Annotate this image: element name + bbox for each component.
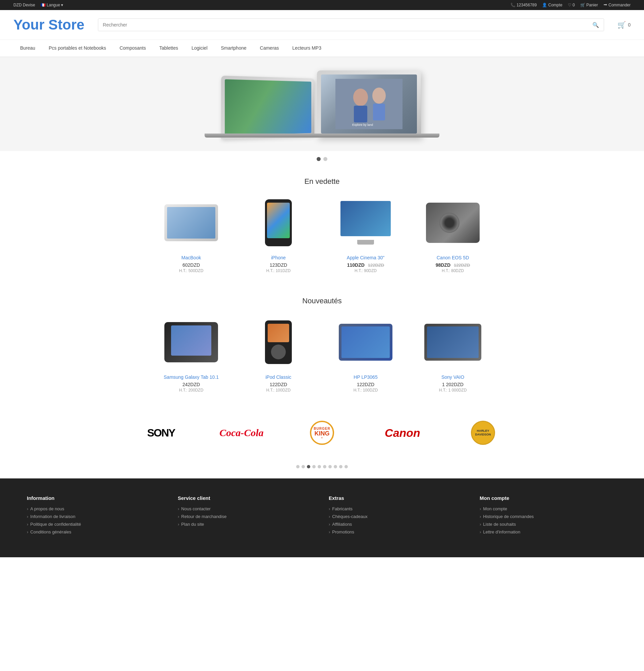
account-link[interactable]: 👤 Compte bbox=[542, 3, 562, 8]
hero-image-content: Explore by land bbox=[321, 75, 417, 134]
brand-dot-10[interactable] bbox=[345, 465, 348, 468]
cart-link[interactable]: 🛒 Panier bbox=[580, 3, 598, 8]
product-name-canon5d[interactable]: Canon EOS 5D bbox=[416, 255, 490, 260]
product-name-ipod[interactable]: iPod Classic bbox=[242, 375, 315, 380]
nav-item-bureau[interactable]: Bureau bbox=[13, 40, 42, 57]
product-name-macbook[interactable]: MacBook bbox=[154, 255, 228, 260]
hero-dot-2[interactable] bbox=[323, 157, 327, 161]
footer-link-plan[interactable]: Plan du site bbox=[178, 522, 315, 527]
brand-burgerking[interactable]: BURGER KING ® bbox=[295, 419, 349, 446]
product-vaio[interactable]: Sony VAIO 1 202DZD H.T.: 1 000DZD bbox=[416, 315, 490, 393]
product-img-vaio bbox=[423, 315, 483, 369]
product-price-old-cinema: 122DZD bbox=[368, 263, 384, 268]
nav-item-composants[interactable]: Composants bbox=[113, 40, 153, 57]
footer-link-cheques[interactable]: Chèques-cadeaux bbox=[329, 514, 466, 519]
product-price-highlight-canon5d: 98DZD bbox=[436, 262, 450, 268]
product-cinema[interactable]: Apple Cinema 30" 110DZD 122DZD H.T.: 90D… bbox=[329, 196, 402, 273]
product-img-cinema bbox=[335, 196, 396, 250]
search-input[interactable] bbox=[98, 19, 588, 31]
nav-item-lecteurs[interactable]: Lecteurs MP3 bbox=[286, 40, 328, 57]
footer-link-affiliations[interactable]: Affiliations bbox=[329, 522, 466, 527]
footer-links-information: A propos de nous Information de livraiso… bbox=[27, 506, 164, 534]
nav-item-logiciel[interactable]: Logiciel bbox=[185, 40, 214, 57]
product-ht-hp: H.T.: 100DZD bbox=[329, 388, 402, 393]
search-bar: 🔍 bbox=[98, 18, 604, 31]
footer-link-contact[interactable]: Nous contacter bbox=[178, 506, 315, 511]
product-canon5d[interactable]: Canon EOS 5D 98DZD 122DZD H.T.: 80DZD bbox=[416, 196, 490, 273]
footer-link-lettre[interactable]: Lettre d'information bbox=[480, 529, 617, 534]
footer-link-souhaits[interactable]: Liste de souhaits bbox=[480, 522, 617, 527]
logo[interactable]: Your Store bbox=[13, 17, 85, 33]
product-name-samsung[interactable]: Samsung Galaxy Tab 10.1 bbox=[154, 375, 228, 380]
brand-sony[interactable]: SONY bbox=[134, 419, 188, 446]
footer-link-moncompte[interactable]: Mon compte bbox=[480, 506, 617, 511]
brand-dot-2[interactable] bbox=[301, 465, 305, 468]
brand-dot-1[interactable] bbox=[296, 465, 299, 468]
nav-item-cameras[interactable]: Cameras bbox=[253, 40, 286, 57]
checkout-link[interactable]: ⮕ Commander bbox=[603, 3, 631, 8]
footer-link-conditions[interactable]: Conditions générales bbox=[27, 529, 164, 534]
currency-selector[interactable]: DZD Devise bbox=[13, 3, 35, 8]
nav-item-tablettes[interactable]: Tablettes bbox=[153, 40, 185, 57]
product-ht-iphone: H.T.: 101DZD bbox=[242, 268, 315, 273]
product-name-hp[interactable]: HP LP3065 bbox=[329, 375, 402, 380]
brand-dot-5[interactable] bbox=[318, 465, 321, 468]
product-samsung[interactable]: Samsung Galaxy Tab 10.1 242DZD H.T.: 200… bbox=[154, 315, 228, 393]
footer-link-about[interactable]: A propos de nous bbox=[27, 506, 164, 511]
product-img-samsung bbox=[161, 315, 221, 369]
laptop-back bbox=[221, 75, 314, 139]
hero-image: Explore by land bbox=[223, 71, 421, 138]
product-ipod[interactable]: iPod Classic 122DZD H.T.: 100DZD bbox=[242, 315, 315, 393]
footer-link-historique[interactable]: Historique de commandes bbox=[480, 514, 617, 519]
brand-dot-8[interactable] bbox=[334, 465, 337, 468]
footer-link-promotions[interactable]: Promotions bbox=[329, 529, 466, 534]
hero-dots bbox=[0, 151, 644, 167]
product-hp[interactable]: HP LP3065 122DZD H.T.: 100DZD bbox=[329, 315, 402, 393]
svg-point-1 bbox=[353, 89, 368, 106]
brand-dot-4[interactable] bbox=[312, 465, 315, 468]
brands-track: SONY Coca-Cola BURGER KING ® Canon HARLE… bbox=[27, 419, 617, 446]
brand-cocacola[interactable]: Coca-Cola bbox=[215, 419, 268, 446]
brand-dot-6[interactable] bbox=[323, 465, 326, 468]
product-img-ipod bbox=[248, 315, 309, 369]
brand-harleydavidson[interactable]: HARLEYDAVIDSON bbox=[456, 419, 510, 446]
footer-links-service: Nous contacter Retour de marchandise Pla… bbox=[178, 506, 315, 527]
svg-rect-2 bbox=[354, 106, 367, 123]
product-name-iphone[interactable]: iPhone bbox=[242, 255, 315, 260]
phone-link[interactable]: 📞 123456789 bbox=[511, 3, 537, 8]
cart-count: 0 bbox=[628, 22, 631, 27]
wishlist-link[interactable]: ♡ 0 bbox=[568, 3, 575, 8]
brand-canon[interactable]: Canon bbox=[376, 419, 429, 446]
featured-title: En vedette bbox=[0, 177, 644, 186]
product-name-cinema[interactable]: Apple Cinema 30" bbox=[329, 255, 402, 260]
footer-col-extras: Extras Fabricants Chèques-cadeaux Affili… bbox=[329, 495, 466, 537]
brand-dot-7[interactable] bbox=[329, 465, 332, 468]
main-nav: Bureau Pcs portables et Notebooks Compos… bbox=[0, 40, 644, 57]
product-name-vaio[interactable]: Sony VAIO bbox=[416, 375, 490, 380]
search-button[interactable]: 🔍 bbox=[588, 19, 604, 31]
brand-dot-9[interactable] bbox=[339, 465, 343, 468]
footer-link-confidentialite[interactable]: Politique de confidentialité bbox=[27, 522, 164, 527]
brands-section: SONY Coca-Cola BURGER KING ® Canon HARLE… bbox=[0, 406, 644, 460]
laptop-front: Explore by land bbox=[317, 71, 421, 138]
product-macbook[interactable]: MacBook 602DZD H.T.: 500DZD bbox=[154, 196, 228, 273]
header: Your Store 🔍 🛒 0 bbox=[0, 10, 644, 40]
cart-button[interactable]: 🛒 0 bbox=[618, 21, 631, 29]
nav-item-pcs[interactable]: Pcs portables et Notebooks bbox=[42, 40, 113, 57]
product-price-hp: 122DZD bbox=[329, 382, 402, 387]
product-price-vaio: 1 202DZD bbox=[416, 382, 490, 387]
footer-link-livraison[interactable]: Information de livraison bbox=[27, 514, 164, 519]
top-bar-right: 📞 123456789 👤 Compte ♡ 0 🛒 Panier ⮕ Comm… bbox=[511, 3, 631, 8]
nav-item-smartphone[interactable]: Smartphone bbox=[214, 40, 253, 57]
svg-point-3 bbox=[372, 88, 386, 104]
hero-banner: Explore by land bbox=[0, 57, 644, 151]
top-bar: DZD Devise 🇫🇷 Langue ▾ 📞 123456789 👤 Com… bbox=[0, 0, 644, 10]
product-iphone[interactable]: iPhone 123DZD H.T.: 101DZD bbox=[242, 196, 315, 273]
product-price-iphone: 123DZD bbox=[242, 262, 315, 268]
footer-link-retour[interactable]: Retour de marchandise bbox=[178, 514, 315, 519]
hero-dot-1[interactable] bbox=[317, 157, 321, 161]
product-price-macbook: 602DZD bbox=[154, 262, 228, 268]
language-selector[interactable]: 🇫🇷 Langue ▾ bbox=[41, 3, 63, 8]
footer-link-fabricants[interactable]: Fabricants bbox=[329, 506, 466, 511]
brand-dot-3[interactable] bbox=[307, 465, 310, 468]
